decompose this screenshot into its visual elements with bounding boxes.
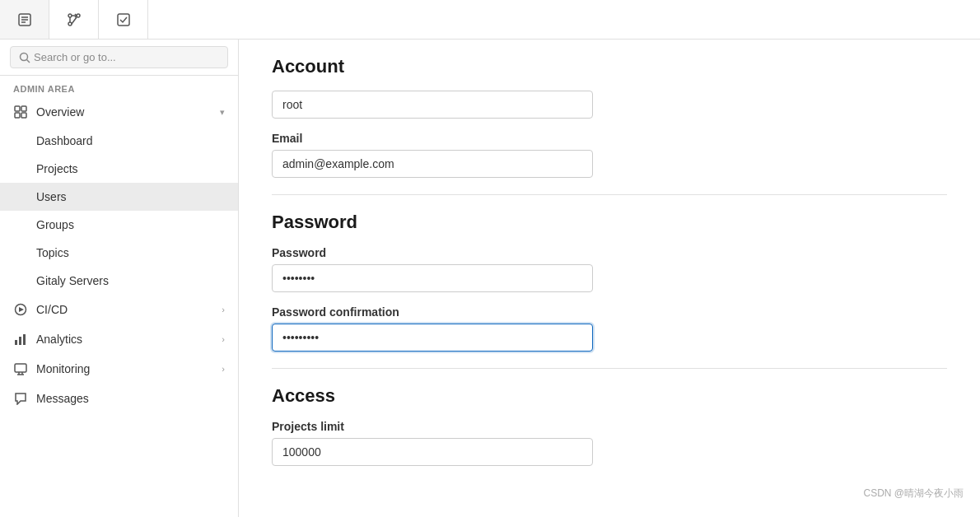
svg-point-4 <box>68 14 72 17</box>
sidebar-item-messages[interactable]: Messages <box>0 384 238 413</box>
sidebar-item-topics[interactable]: Topics <box>0 239 238 267</box>
projects-limit-label: Projects limit <box>272 420 947 433</box>
search-placeholder: Search or go to... <box>34 51 116 63</box>
svg-rect-11 <box>15 106 20 111</box>
main-content: Account Email Password Password Password… <box>239 40 980 517</box>
tab-merge-requests[interactable] <box>49 0 99 39</box>
analytics-icon <box>13 332 28 347</box>
sidebar-item-dashboard[interactable]: Dashboard <box>0 127 238 155</box>
password-divider <box>272 368 947 369</box>
svg-marker-16 <box>19 307 24 312</box>
overview-label: Overview <box>36 105 84 119</box>
access-title: Access <box>272 385 947 407</box>
password-confirm-label: Password confirmation <box>272 305 947 319</box>
groups-label: Groups <box>36 218 74 231</box>
password-confirmation-field[interactable] <box>272 324 593 352</box>
sidebar-item-gitaly[interactable]: Gitaly Servers <box>0 267 238 295</box>
search-bar: Search or go to... <box>0 40 238 76</box>
projects-limit-group: Projects limit <box>272 420 947 466</box>
overview-icon <box>13 105 28 119</box>
projects-limit-field[interactable] <box>272 438 593 466</box>
projects-label: Projects <box>36 162 78 175</box>
svg-point-5 <box>68 22 72 26</box>
messages-icon <box>13 391 28 406</box>
monitoring-label: Monitoring <box>36 362 90 375</box>
analytics-chevron: › <box>222 334 225 344</box>
overview-chevron: ▾ <box>220 107 225 118</box>
gitaly-label: Gitaly Servers <box>36 274 109 287</box>
email-label: Email <box>272 132 947 145</box>
top-bar <box>0 0 980 40</box>
dashboard-label: Dashboard <box>36 134 93 147</box>
sidebar-item-analytics[interactable]: Analytics › <box>0 324 238 354</box>
sidebar-scroll: Admin Area Overview ▾ Dashboard Projects <box>0 76 238 517</box>
svg-rect-14 <box>21 113 26 118</box>
svg-rect-17 <box>15 340 17 345</box>
username-group <box>272 91 947 119</box>
messages-label: Messages <box>36 392 89 405</box>
topics-label: Topics <box>36 246 69 259</box>
tab-todos[interactable] <box>99 0 148 39</box>
cicd-icon <box>13 302 28 317</box>
email-group: Email <box>272 132 947 178</box>
search-icon <box>19 52 30 63</box>
password-title: Password <box>272 212 947 233</box>
svg-point-9 <box>21 53 28 60</box>
password-label: Password <box>272 246 947 259</box>
email-field[interactable] <box>272 150 593 178</box>
tab-issues[interactable] <box>0 0 49 39</box>
main-layout: Search or go to... Admin Area Overview ▾… <box>0 40 980 517</box>
analytics-label: Analytics <box>36 333 82 346</box>
users-label: Users <box>36 190 67 203</box>
admin-area-label: Admin Area <box>0 76 238 97</box>
password-field[interactable] <box>272 264 593 292</box>
sidebar-item-users[interactable]: Users <box>0 183 238 211</box>
sidebar: Search or go to... Admin Area Overview ▾… <box>0 40 239 517</box>
username-field[interactable] <box>272 91 593 119</box>
watermark: CSDN @晴湖今夜小雨 <box>863 487 964 501</box>
cicd-label: CI/CD <box>36 303 68 316</box>
sidebar-item-cicd[interactable]: CI/CD › <box>0 295 238 324</box>
account-divider <box>272 194 947 195</box>
svg-rect-18 <box>19 337 21 345</box>
svg-rect-13 <box>15 113 20 118</box>
sidebar-item-monitoring[interactable]: Monitoring › <box>0 354 238 384</box>
svg-rect-8 <box>118 14 129 26</box>
monitoring-icon <box>13 361 28 376</box>
svg-rect-20 <box>15 364 26 372</box>
sidebar-item-overview[interactable]: Overview ▾ <box>0 97 238 127</box>
cicd-chevron: › <box>222 305 225 314</box>
svg-rect-19 <box>23 334 26 345</box>
monitoring-chevron: › <box>222 364 225 374</box>
search-input[interactable]: Search or go to... <box>10 46 228 68</box>
svg-line-10 <box>27 59 30 63</box>
svg-rect-12 <box>21 106 26 111</box>
password-confirm-group: Password confirmation <box>272 305 947 352</box>
sidebar-item-groups[interactable]: Groups <box>0 211 238 239</box>
sidebar-item-projects[interactable]: Projects <box>0 155 238 183</box>
password-group: Password <box>272 246 947 292</box>
account-title: Account <box>272 56 947 77</box>
